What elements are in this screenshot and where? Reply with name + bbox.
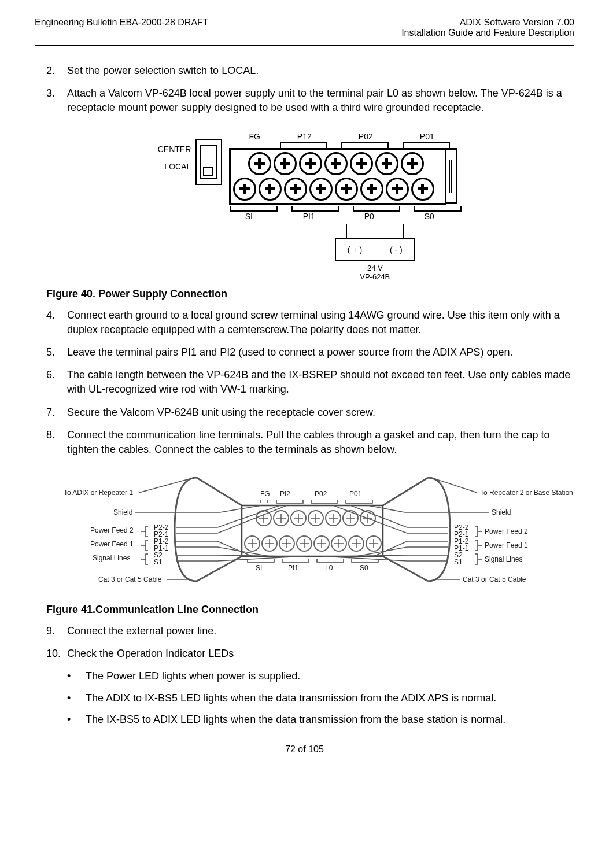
step-number: 8. bbox=[46, 428, 67, 457]
label-p12: P12 bbox=[280, 132, 329, 141]
label-minus: ( - ) bbox=[390, 245, 403, 254]
label-p02: P02 bbox=[341, 132, 390, 141]
step-5: 5. Leave the terminal pairs PI1 and PI2 … bbox=[46, 345, 574, 360]
cable-note-left: Cat 3 or Cat 5 Cable bbox=[98, 575, 162, 583]
figure-41-caption: Figure 41.Communication Line Connection bbox=[46, 604, 574, 616]
label-p01: P01 bbox=[349, 490, 362, 498]
label-p01: P01 bbox=[403, 132, 451, 141]
step-3: 3. Attach a Valcom VP-624B local power s… bbox=[46, 86, 574, 115]
label-p02: P02 bbox=[315, 490, 327, 498]
screw-terminal-icon bbox=[233, 178, 256, 201]
step-text: Set the power selection switch to LOCAL. bbox=[67, 64, 574, 78]
screw-terminal-row bbox=[256, 511, 375, 526]
power-supply-icon: ( + ) ( - ) bbox=[335, 238, 415, 261]
content-area: 2. Set the power selection switch to LOC… bbox=[35, 64, 574, 727]
page-number: 72 of 105 bbox=[35, 744, 574, 755]
bullet-2: • The ADIX to IX-BS5 LED lights when the… bbox=[67, 691, 574, 706]
terminal-block-icon bbox=[229, 148, 446, 205]
step-text: Check the Operation Indicator LEDs bbox=[67, 647, 574, 661]
screw-terminal-icon bbox=[284, 178, 307, 201]
screw-terminal-icon bbox=[350, 152, 373, 175]
bullet-1: • The Power LED lights when power is sup… bbox=[67, 669, 574, 684]
step-number: 4. bbox=[46, 308, 67, 337]
step-text: Connect earth ground to a local ground s… bbox=[67, 308, 574, 337]
switch-label-local: LOCAL bbox=[164, 162, 191, 171]
step-text: The cable length between the VP-624B and… bbox=[67, 368, 574, 397]
header-right: ADIX Software Version 7.00 Installation … bbox=[401, 17, 574, 38]
bullet-text: The IX-BS5 to ADIX LED lights when the d… bbox=[86, 712, 505, 727]
label-plus: ( + ) bbox=[348, 245, 362, 254]
cable-note-right: Cat 3 or Cat 5 Cable bbox=[463, 575, 526, 583]
screw-terminal-icon bbox=[386, 178, 409, 201]
step-text: Secure the Valcom VP-624B unit using the… bbox=[67, 405, 574, 420]
label-pf2: Power Feed 2 bbox=[90, 526, 134, 534]
bullet-text: The ADIX to IX-BS5 LED lights when the d… bbox=[86, 691, 496, 706]
step-number: 6. bbox=[46, 368, 67, 397]
step-9: 9. Connect the external power line. bbox=[46, 624, 574, 638]
label-fg: FG bbox=[260, 490, 270, 498]
step-8: 8. Connect the communication line termin… bbox=[46, 428, 574, 457]
label-fg: FG bbox=[242, 132, 267, 141]
label-p0: P0 bbox=[350, 212, 387, 221]
label-l0: L0 bbox=[325, 564, 333, 572]
side-connector-icon bbox=[445, 148, 457, 204]
bullet-marker-icon: • bbox=[67, 669, 86, 684]
screw-terminal-icon bbox=[299, 152, 322, 175]
label-pi1: PI1 bbox=[290, 212, 327, 221]
page-header: Engineering Bulletin EBA-2000-28 DRAFT A… bbox=[35, 17, 574, 38]
power-switch-icon bbox=[195, 139, 222, 185]
screw-terminal-icon bbox=[274, 152, 297, 175]
label-pf1-r: Power Feed 1 bbox=[485, 541, 528, 549]
figure-40-caption: Figure 40. Power Supply Connection bbox=[46, 288, 574, 300]
screw-terminal-icon bbox=[375, 152, 398, 175]
step-6: 6. The cable length between the VP-624B … bbox=[46, 368, 574, 397]
figure-40: CENTER LOCAL FG P12 P02 bbox=[46, 126, 574, 281]
step-number: 9. bbox=[46, 624, 67, 638]
screw-terminal-icon bbox=[309, 178, 333, 201]
figure-40-diagram: CENTER LOCAL FG P12 P02 bbox=[158, 126, 463, 281]
pin-s1: S1 bbox=[154, 558, 163, 566]
label-pi2: PI2 bbox=[280, 490, 290, 498]
step-text: Leave the terminal pairs PI1 and PI2 (us… bbox=[67, 345, 574, 360]
header-right-line2: Installation Guide and Feature Descripti… bbox=[401, 28, 574, 38]
step-10: 10. Check the Operation Indicator LEDs bbox=[46, 647, 574, 661]
step-number: 3. bbox=[46, 86, 67, 115]
label-sig: Signal Lines bbox=[93, 554, 130, 562]
figure-41: FG PI2 P02 P01 SI PI1 L0 S0 bbox=[46, 467, 574, 597]
header-right-line1: ADIX Software Version 7.00 bbox=[401, 17, 574, 28]
bullet-text: The Power LED lights when power is suppl… bbox=[86, 669, 300, 684]
label-pi1: PI1 bbox=[288, 564, 298, 572]
figure-41-diagram: FG PI2 P02 P01 SI PI1 L0 S0 bbox=[46, 467, 578, 594]
label-voltage: 24 V bbox=[287, 264, 463, 272]
step-text: Connect the communication line terminals… bbox=[67, 428, 574, 457]
right-title: To Repeater 2 or Base Station bbox=[480, 489, 573, 497]
step-4: 4. Connect earth ground to a local groun… bbox=[46, 308, 574, 337]
header-left: Engineering Bulletin EBA-2000-28 DRAFT bbox=[35, 17, 209, 28]
screw-terminal-icon bbox=[324, 152, 348, 175]
step-number: 2. bbox=[46, 64, 67, 78]
screw-terminal-icon bbox=[411, 178, 434, 201]
label-s0: S0 bbox=[360, 564, 368, 572]
step-number: 10. bbox=[46, 647, 67, 661]
bullet-marker-icon: • bbox=[67, 712, 86, 727]
left-title: To ADIX or Repeater 1 bbox=[64, 489, 133, 497]
screw-terminal-icon bbox=[360, 178, 383, 201]
switch-label-center: CENTER bbox=[158, 145, 191, 154]
step-number: 7. bbox=[46, 405, 67, 420]
bullet-3: • The IX-BS5 to ADIX LED lights when the… bbox=[67, 712, 574, 727]
screw-terminal-icon bbox=[401, 152, 424, 175]
step-2: 2. Set the power selection switch to LOC… bbox=[46, 64, 574, 78]
label-shield-r: Shield bbox=[492, 508, 511, 516]
label-si: SI bbox=[256, 564, 262, 572]
label-pf2-r: Power Feed 2 bbox=[485, 527, 528, 535]
step-text: Connect the external power line. bbox=[67, 624, 574, 638]
label-si: SI bbox=[230, 212, 267, 221]
bullet-marker-icon: • bbox=[67, 691, 86, 706]
step-7: 7. Secure the Valcom VP-624B unit using … bbox=[46, 405, 574, 420]
screw-terminal-icon bbox=[335, 178, 358, 201]
step-text: Attach a Valcom VP-624B local power supp… bbox=[67, 86, 574, 115]
label-pf1: Power Feed 1 bbox=[90, 540, 134, 548]
pin-s1-r: S1 bbox=[454, 558, 463, 566]
label-shield: Shield bbox=[113, 508, 132, 516]
label-sig-r: Signal Lines bbox=[485, 555, 522, 563]
